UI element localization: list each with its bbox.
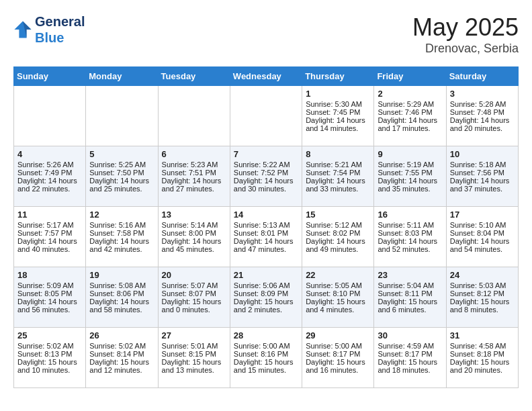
calendar-cell: 18Sunrise: 5:09 AMSunset: 8:05 PMDayligh… [14,267,86,328]
day-info: Daylight: 15 hours [162,358,226,366]
day-info: Daylight: 14 hours [162,177,226,185]
day-info: Sunset: 7:58 PM [89,229,154,237]
day-info: Sunrise: 5:17 AM [17,221,82,229]
calendar-cell: 5Sunrise: 5:25 AMSunset: 7:50 PMDaylight… [86,146,158,207]
day-number: 2 [378,89,442,99]
day-info: Daylight: 15 hours [378,298,442,306]
day-number: 12 [89,210,154,220]
day-info: Sunrise: 5:21 AM [306,161,370,169]
calendar-cell: 7Sunrise: 5:22 AMSunset: 7:52 PMDaylight… [230,146,302,207]
day-info: Sunset: 8:11 PM [378,289,442,298]
week-row-3: 11Sunrise: 5:17 AMSunset: 7:57 PMDayligh… [14,207,519,267]
day-info: Daylight: 14 hours [378,237,442,245]
day-number: 20 [162,270,226,280]
day-info: and 15 minutes. [234,366,298,374]
day-number: 19 [89,270,154,280]
week-row-4: 18Sunrise: 5:09 AMSunset: 8:05 PMDayligh… [14,267,519,328]
day-info: Daylight: 14 hours [234,177,298,185]
calendar-cell: 17Sunrise: 5:10 AMSunset: 8:04 PMDayligh… [446,207,518,267]
day-number: 11 [17,210,82,220]
day-info: and 27 minutes. [162,185,226,193]
day-info: and 4 minutes. [306,306,370,314]
day-info: Sunset: 8:15 PM [162,350,226,358]
day-number: 30 [378,330,442,340]
day-info: Sunrise: 5:07 AM [162,281,226,289]
day-info: Daylight: 15 hours [234,298,298,306]
day-number: 22 [306,270,370,280]
calendar-cell: 30Sunrise: 4:59 AMSunset: 8:17 PMDayligh… [374,328,446,388]
day-info: Sunrise: 5:00 AM [306,342,370,350]
calendar-title: May 2025 [412,13,519,42]
calendar-cell: 4Sunrise: 5:26 AMSunset: 7:49 PMDaylight… [14,146,86,207]
weekday-header-monday: Monday [86,67,158,86]
weekday-header-sunday: Sunday [14,67,86,86]
day-number: 16 [378,210,442,220]
day-info: Daylight: 15 hours [162,298,226,306]
day-info: Sunrise: 5:19 AM [378,161,442,169]
day-info: Sunset: 8:06 PM [89,289,154,298]
day-info: and 14 minutes. [306,124,370,132]
calendar-cell [158,86,230,146]
day-info: Daylight: 14 hours [306,177,370,185]
day-info: Daylight: 15 hours [306,298,370,306]
day-number: 10 [450,149,515,159]
day-info: and 17 minutes. [378,124,442,132]
day-info: Sunrise: 5:26 AM [17,161,82,169]
day-info: Daylight: 15 hours [378,358,442,366]
weekday-header-saturday: Saturday [446,67,518,86]
day-info: Sunset: 8:13 PM [17,350,82,358]
calendar-cell: 3Sunrise: 5:28 AMSunset: 7:48 PMDaylight… [446,86,518,146]
day-info: Daylight: 15 hours [89,358,154,366]
day-info: and 20 minutes. [450,366,515,374]
week-row-2: 4Sunrise: 5:26 AMSunset: 7:49 PMDaylight… [14,146,519,207]
day-info: Sunset: 8:18 PM [450,350,515,358]
day-info: Sunset: 8:16 PM [234,350,298,358]
day-info: and 56 minutes. [17,306,82,314]
day-info: Sunrise: 4:58 AM [450,342,515,350]
day-info: Sunset: 7:50 PM [89,169,154,177]
day-info: Daylight: 14 hours [89,298,154,306]
calendar-cell: 19Sunrise: 5:08 AMSunset: 8:06 PMDayligh… [86,267,158,328]
calendar-cell: 22Sunrise: 5:05 AMSunset: 8:10 PMDayligh… [302,267,374,328]
day-info: Sunrise: 5:01 AM [162,342,226,350]
day-info: Daylight: 14 hours [450,237,515,245]
day-number: 5 [89,149,154,159]
day-info: Sunset: 8:14 PM [89,350,154,358]
calendar-cell: 24Sunrise: 5:03 AMSunset: 8:12 PMDayligh… [446,267,518,328]
calendar-cell: 16Sunrise: 5:11 AMSunset: 8:03 PMDayligh… [374,207,446,267]
day-info: and 20 minutes. [450,124,515,132]
day-number: 8 [306,149,370,159]
day-info: Sunrise: 5:09 AM [17,281,82,289]
day-info: Sunset: 8:09 PM [234,289,298,298]
week-row-5: 25Sunrise: 5:02 AMSunset: 8:13 PMDayligh… [14,328,519,388]
day-info: Sunrise: 5:02 AM [89,342,154,350]
day-number: 7 [234,149,298,159]
day-info: Daylight: 15 hours [234,358,298,366]
day-info: and 42 minutes. [89,245,154,253]
day-info: Sunrise: 5:16 AM [89,221,154,229]
day-number: 15 [306,210,370,220]
calendar-cell: 6Sunrise: 5:23 AMSunset: 7:51 PMDaylight… [158,146,230,207]
day-info: Sunrise: 5:12 AM [306,221,370,229]
calendar-table: SundayMondayTuesdayWednesdayThursdayFrid… [13,66,519,388]
day-info: Daylight: 14 hours [378,177,442,185]
day-info: and 52 minutes. [378,245,442,253]
weekday-header-friday: Friday [374,67,446,86]
day-info: Sunrise: 5:03 AM [450,281,515,289]
day-info: Sunset: 7:48 PM [450,108,515,116]
day-info: Sunset: 8:01 PM [234,229,298,237]
day-info: Sunset: 7:46 PM [378,108,442,116]
day-number: 31 [450,330,515,340]
day-info: Daylight: 14 hours [234,237,298,245]
day-info: Sunrise: 5:00 AM [234,342,298,350]
calendar-cell: 13Sunrise: 5:14 AMSunset: 8:00 PMDayligh… [158,207,230,267]
day-info: Sunset: 7:51 PM [162,169,226,177]
day-info: and 12 minutes. [89,366,154,374]
weekday-header-wednesday: Wednesday [230,67,302,86]
day-info: and 54 minutes. [450,245,515,253]
day-info: and 35 minutes. [378,185,442,193]
day-info: Sunrise: 5:08 AM [89,281,154,289]
calendar-cell: 31Sunrise: 4:58 AMSunset: 8:18 PMDayligh… [446,328,518,388]
day-info: Daylight: 15 hours [306,358,370,366]
day-info: Sunrise: 5:25 AM [89,161,154,169]
